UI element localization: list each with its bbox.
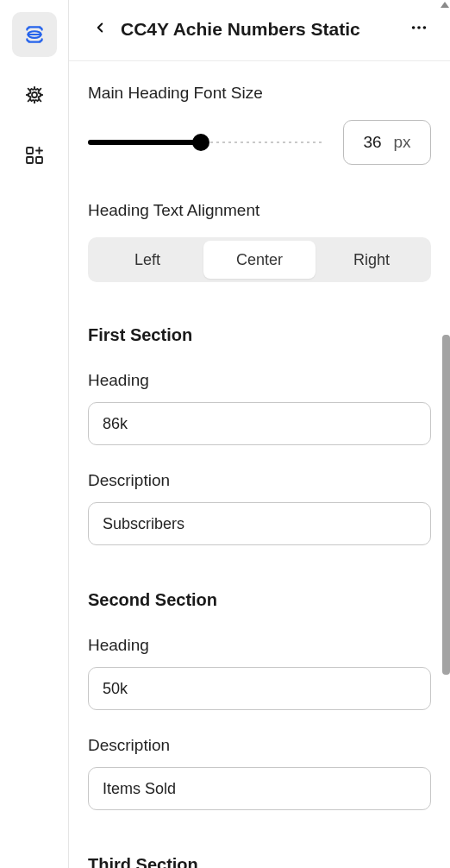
font-size-input-box[interactable]: 36 px (343, 120, 431, 165)
sidebar-item-block[interactable] (12, 12, 57, 57)
apps-add-icon (24, 145, 45, 166)
svg-rect-5 (36, 157, 42, 163)
svg-point-9 (417, 26, 421, 29)
section-2-description-input[interactable] (88, 767, 431, 810)
svg-point-8 (412, 26, 416, 29)
section-2-heading-input[interactable] (88, 667, 431, 710)
section-title-3: Third Section (88, 855, 431, 868)
more-button[interactable] (407, 17, 431, 41)
panel-header: CC4Y Achie Numbers Static (69, 0, 450, 61)
font-size-slider[interactable] (88, 134, 322, 151)
back-button[interactable] (88, 17, 112, 41)
slider-thumb[interactable] (192, 134, 209, 151)
scrollbar-thumb[interactable] (442, 335, 450, 675)
alignment-label: Heading Text Alignment (88, 201, 431, 220)
dots-horizontal-icon (409, 18, 428, 41)
alignment-option-center[interactable]: Center (203, 241, 316, 279)
font-size-label: Main Heading Font Size (88, 84, 431, 103)
svg-rect-3 (27, 148, 33, 154)
sidebar-item-settings[interactable] (12, 72, 57, 117)
settings-panel: CC4Y Achie Numbers Static Main Heading F… (69, 0, 450, 868)
alignment-segmented: Left Center Right (88, 237, 431, 282)
font-size-value: 36 (363, 133, 381, 152)
section-title-2: Second Section (88, 590, 431, 610)
font-size-unit: px (394, 133, 411, 152)
sidebar-item-apps[interactable] (12, 133, 57, 178)
section-title-1: First Section (88, 325, 431, 345)
slider-fill (88, 140, 201, 145)
section-1-description-input[interactable] (88, 502, 431, 545)
scroll-up-arrow-icon[interactable] (441, 2, 449, 8)
section-1-heading-input[interactable] (88, 402, 431, 445)
alignment-option-right[interactable]: Right (316, 241, 428, 279)
alignment-option-left[interactable]: Left (91, 241, 203, 279)
page-title: CC4Y Achie Numbers Static (121, 19, 398, 40)
svg-rect-4 (27, 157, 33, 163)
gear-icon (24, 85, 45, 105)
section-2-description-label: Description (88, 736, 431, 755)
panel-content: Main Heading Font Size 36 px Heading Tex… (69, 61, 450, 868)
section-1-description-label: Description (88, 471, 431, 490)
svg-point-10 (423, 26, 427, 29)
chevron-left-icon (92, 20, 108, 39)
svg-point-2 (32, 92, 37, 97)
block-icon (23, 23, 46, 46)
section-2-heading-label: Heading (88, 636, 431, 655)
sidebar (0, 0, 69, 868)
section-1-heading-label: Heading (88, 371, 431, 390)
